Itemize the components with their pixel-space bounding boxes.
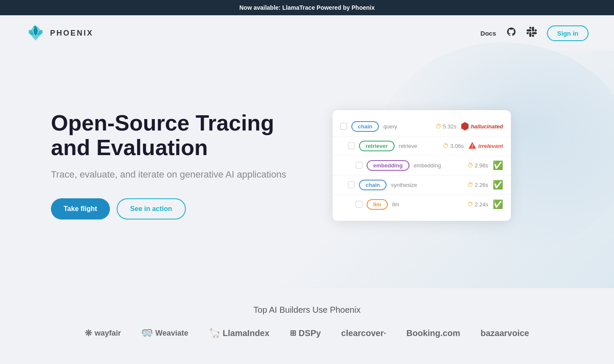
hero-subtitle: Trace, evaluate, and iterate on generati… — [51, 168, 307, 181]
trace-time: ⏱ 2.24s — [467, 201, 488, 208]
hero-right: chain query ⏱ 5.32s hallucinated retriev… — [333, 110, 589, 221]
trace-row: chain query ⏱ 5.32s hallucinated — [333, 117, 511, 136]
docs-link[interactable]: Docs — [480, 30, 496, 37]
trace-row: retriever retrieve ⏱ 3.06s ! irrelevant — [333, 136, 511, 156]
clearcover-label: clearcover· — [341, 328, 386, 338]
trace-badge-embedding: embedding — [367, 160, 409, 171]
weaviate-icon: 🥽 — [141, 328, 153, 339]
clock-icon: ⏱ — [467, 181, 473, 188]
brand-dspy: ⊞ DSPy — [290, 328, 321, 338]
trace-time: ⏱ 2.98s — [467, 162, 488, 169]
hex-icon — [461, 122, 469, 131]
status-ok-icon: ✅ — [493, 160, 503, 170]
trace-label: embedding — [414, 162, 463, 169]
trace-row: llm llm ⏱ 2.24s ✅ — [333, 195, 511, 214]
trace-label: retrieve — [399, 143, 439, 149]
clock-icon: ⏱ — [443, 142, 449, 149]
brand-wayfair: ❊ wayfair — [85, 328, 121, 338]
wayfair-icon: ❊ — [85, 328, 92, 338]
trace-checkbox[interactable] — [356, 162, 362, 169]
dspy-label: DSPy — [299, 328, 321, 338]
signin-button[interactable]: Sign in — [547, 25, 589, 41]
trace-time: ⏱ 2.26s — [467, 181, 488, 188]
trace-checkbox[interactable] — [340, 123, 347, 130]
status-hallucinated: hallucinated — [461, 122, 503, 131]
trace-row: chain synthesize ⏱ 2.26s ✅ — [333, 175, 511, 195]
trace-badge-chain: chain — [351, 121, 379, 132]
slack-icon[interactable] — [527, 27, 537, 39]
trace-time: ⏱ 3.06s — [443, 142, 464, 149]
trace-row: embedding embedding ⏱ 2.98s ✅ — [333, 156, 511, 175]
svg-text:!: ! — [471, 144, 473, 149]
brand-clearcover: clearcover· — [341, 328, 386, 338]
status-ok-icon: ✅ — [493, 199, 503, 209]
llamaindex-label: LlamaIndex — [223, 328, 269, 338]
banner-text: Now available: LlamaTrace Powered by Pho… — [239, 4, 375, 11]
hero-title: Open-Source Tracing and Evaluation — [51, 111, 307, 159]
trace-panel: chain query ⏱ 5.32s hallucinated retriev… — [333, 110, 511, 221]
trace-badge-retriever: retriever — [359, 141, 395, 151]
llamaindex-icon: 🦙 — [209, 328, 220, 339]
brands-list: ❊ wayfair 🥽 Weaviate 🦙 LlamaIndex ⊞ DSPy… — [25, 328, 589, 339]
brand-llamaindex: 🦙 LlamaIndex — [209, 328, 269, 339]
trace-label: llm — [392, 201, 463, 208]
phoenix-logo-icon — [25, 23, 46, 43]
trace-badge-llm: llm — [367, 199, 388, 210]
trace-checkbox[interactable] — [348, 181, 355, 188]
clock-icon: ⏱ — [467, 201, 473, 208]
brand-weaviate: 🥽 Weaviate — [141, 328, 188, 339]
clock-icon: ⏱ — [435, 123, 441, 130]
logo[interactable]: PHOENIX — [25, 23, 93, 43]
trace-time: ⏱ 5.32s — [435, 123, 457, 130]
logo-text: PHOENIX — [50, 29, 93, 38]
nav-right: Docs Sign in — [480, 25, 589, 41]
warning-icon: ! — [468, 142, 477, 150]
status-ok-icon: ✅ — [493, 180, 503, 190]
brand-booking: Booking.com — [407, 328, 460, 338]
see-in-action-button[interactable]: See in action — [117, 198, 186, 220]
trace-label: query — [383, 123, 431, 130]
brands-title: Top AI Builders Use Phoenix — [25, 305, 589, 315]
dspy-icon: ⊞ — [290, 328, 296, 338]
announcement-banner: Now available: LlamaTrace Powered by Pho… — [0, 0, 614, 15]
github-icon[interactable] — [506, 27, 516, 39]
hero-left: Open-Source Tracing and Evaluation Trace… — [51, 111, 307, 219]
wayfair-label: wayfair — [95, 329, 121, 338]
weaviate-label: Weaviate — [155, 329, 188, 338]
hero-buttons: Take flight See in action — [51, 198, 307, 220]
trace-badge-chain: chain — [359, 180, 387, 190]
trace-checkbox[interactable] — [348, 142, 355, 149]
brands-section: Top AI Builders Use Phoenix ❊ wayfair 🥽 … — [0, 288, 614, 364]
brand-bazaarvoice: bazaarvoice — [480, 328, 529, 338]
clock-icon: ⏱ — [467, 162, 473, 169]
status-irrelevant: ! irrelevant — [468, 142, 503, 150]
booking-label: Booking.com — [407, 328, 460, 338]
trace-checkbox[interactable] — [356, 201, 362, 208]
take-flight-button[interactable]: Take flight — [51, 198, 110, 220]
bazaarvoice-label: bazaarvoice — [480, 328, 529, 338]
trace-label: synthesize — [391, 182, 463, 188]
hero-section: Open-Source Tracing and Evaluation Trace… — [0, 51, 614, 288]
